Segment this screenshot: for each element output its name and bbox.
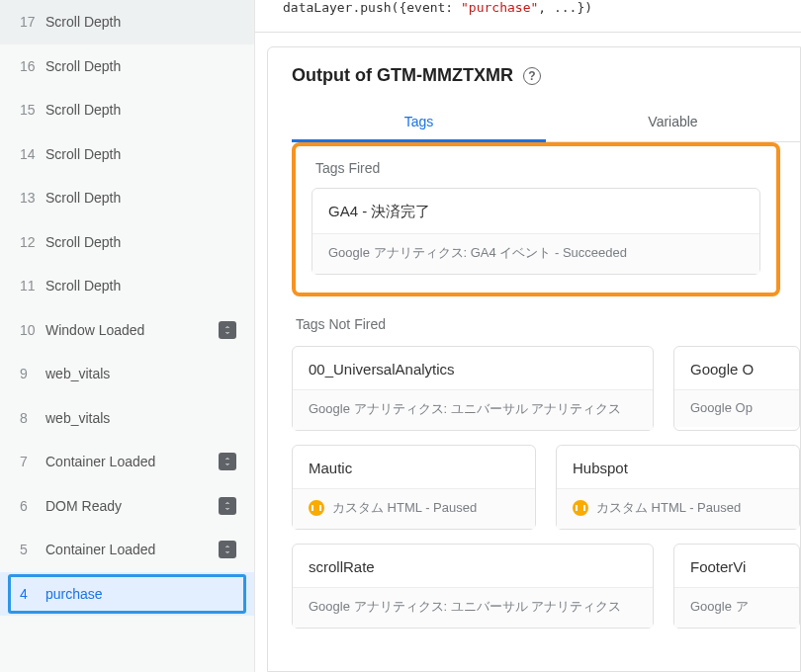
- event-item-15[interactable]: 15Scroll Depth: [0, 88, 254, 132]
- event-item-16[interactable]: 16Scroll Depth: [0, 44, 254, 89]
- event-seq: 10: [20, 322, 45, 338]
- output-title-row: Output of GTM-MMZTXMR ?: [292, 65, 800, 86]
- pause-icon: [573, 500, 588, 516]
- event-item-12[interactable]: 12Scroll Depth: [0, 220, 254, 265]
- event-name: Scroll Depth: [45, 58, 236, 74]
- nf-card-footervi[interactable]: FooterVi Google ア: [673, 544, 800, 629]
- output-tabs: Tags Variable: [292, 104, 800, 142]
- fired-tag-name: GA4 - 決済完了: [312, 189, 759, 233]
- help-icon[interactable]: ?: [523, 67, 541, 85]
- event-list: 17Scroll Depth16Scroll Depth15Scroll Dep…: [0, 0, 255, 672]
- event-item-13[interactable]: 13Scroll Depth: [0, 176, 254, 220]
- nf-card-scrollrate[interactable]: scrollRate Google アナリティクス: ユニバーサル アナリティク…: [292, 544, 654, 629]
- event-item-6[interactable]: 6DOM Ready: [0, 484, 254, 529]
- event-name: Container Loaded: [45, 542, 213, 557]
- event-name: Scroll Depth: [45, 102, 236, 118]
- pause-icon: [309, 500, 324, 516]
- code-pre: dataLayer.push({event:: [283, 0, 461, 15]
- datalayer-code: dataLayer.push({event: "purchase", ...}): [255, 0, 801, 18]
- event-seq: 7: [20, 454, 45, 469]
- event-seq: 16: [20, 58, 45, 74]
- event-seq: 15: [20, 102, 45, 118]
- event-name: Scroll Depth: [45, 234, 236, 250]
- fired-tag-meta: Google アナリティクス: GA4 イベント - Succeeded: [312, 233, 759, 274]
- nf-card-hubspot[interactable]: Hubspot カスタム HTML - Paused: [556, 445, 800, 530]
- event-seq: 12: [20, 234, 45, 250]
- code-post: , ...}): [538, 0, 592, 15]
- event-name: Scroll Depth: [45, 14, 236, 30]
- event-seq: 5: [20, 542, 45, 557]
- event-name: Scroll Depth: [45, 190, 236, 206]
- event-seq: 11: [20, 278, 45, 294]
- nf-card-google-o[interactable]: Google O Google Op: [673, 346, 800, 431]
- tags-not-fired-area: 00_UniversalAnalytics Google アナリティクス: ユニ…: [292, 346, 800, 629]
- event-item-8[interactable]: 8web_vitals: [0, 396, 254, 441]
- event-seq: 9: [20, 366, 45, 381]
- event-item-5[interactable]: 5Container Loaded: [0, 528, 254, 572]
- nf-card-universal[interactable]: 00_UniversalAnalytics Google アナリティクス: ユニ…: [292, 346, 654, 431]
- tab-variables[interactable]: Variable: [546, 104, 800, 141]
- event-name: DOM Ready: [45, 498, 213, 514]
- event-name: Scroll Depth: [45, 278, 236, 294]
- event-item-10[interactable]: 10Window Loaded: [0, 308, 254, 353]
- code-string: "purchase": [461, 0, 538, 15]
- event-item-11[interactable]: 11Scroll Depth: [0, 264, 254, 308]
- event-name: Scroll Depth: [45, 146, 236, 162]
- event-name: web_vitals: [45, 366, 236, 381]
- event-seq: 4: [20, 586, 45, 602]
- event-name: web_vitals: [45, 410, 236, 426]
- tags-not-fired-label: Tags Not Fired: [296, 316, 800, 332]
- output-title: Output of GTM-MMZTXMR: [292, 65, 513, 86]
- event-name: purchase: [45, 586, 236, 602]
- nf-row-1: 00_UniversalAnalytics Google アナリティクス: ユニ…: [292, 346, 800, 431]
- api-icon: [219, 541, 236, 558]
- event-seq: 13: [20, 190, 45, 206]
- event-seq: 14: [20, 146, 45, 162]
- nf-card-mautic[interactable]: Mautic カスタム HTML - Paused: [292, 445, 536, 530]
- fired-tag-card[interactable]: GA4 - 決済完了 Google アナリティクス: GA4 イベント - Su…: [312, 188, 760, 275]
- nf-row-2: Mautic カスタム HTML - Paused Hubspot カスタム H…: [292, 445, 800, 530]
- app-root: 17Scroll Depth16Scroll Depth15Scroll Dep…: [0, 0, 801, 672]
- event-name: Window Loaded: [45, 322, 213, 338]
- code-preview: dataLayer.push({event: "purchase", ...}): [255, 0, 801, 33]
- main-panel: dataLayer.push({event: "purchase", ...})…: [255, 0, 801, 672]
- event-item-14[interactable]: 14Scroll Depth: [0, 132, 254, 177]
- api-icon: [219, 453, 236, 470]
- api-icon: [219, 321, 236, 339]
- api-icon: [219, 497, 236, 515]
- event-item-9[interactable]: 9web_vitals: [0, 352, 254, 396]
- tags-fired-label: Tags Fired: [315, 160, 760, 176]
- event-item-7[interactable]: 7Container Loaded: [0, 440, 254, 484]
- event-seq: 17: [20, 14, 45, 30]
- event-item-17[interactable]: 17Scroll Depth: [0, 0, 254, 44]
- event-seq: 8: [20, 410, 45, 426]
- event-name: Container Loaded: [45, 454, 213, 469]
- event-item-4[interactable]: 4purchase: [0, 572, 254, 617]
- event-seq: 6: [20, 498, 45, 514]
- tags-fired-highlight: Tags Fired GA4 - 決済完了 Google アナリティクス: GA…: [292, 142, 780, 296]
- tab-tags[interactable]: Tags: [292, 104, 546, 142]
- nf-row-3: scrollRate Google アナリティクス: ユニバーサル アナリティク…: [292, 544, 800, 629]
- output-panel: Output of GTM-MMZTXMR ? Tags Variable Ta…: [267, 46, 801, 672]
